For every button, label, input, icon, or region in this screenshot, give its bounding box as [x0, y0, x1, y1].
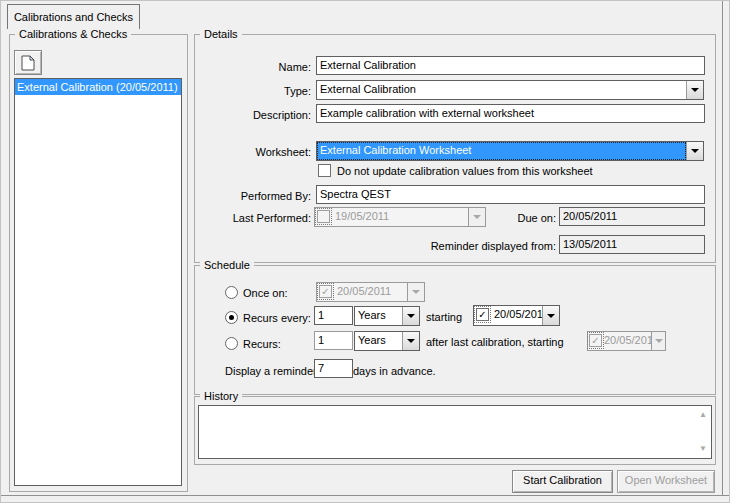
recurs-radio[interactable]: [225, 337, 238, 350]
worksheet-label: Worksheet:: [201, 145, 311, 159]
no-update-checkbox-label: Do not update calibration values from th…: [337, 164, 593, 178]
new-calibration-button[interactable]: [14, 50, 42, 75]
scroll-up-icon[interactable]: ▲: [699, 411, 707, 419]
recurs-every-unit-value: Years: [355, 307, 402, 325]
type-select-value: External Calibration: [317, 81, 686, 99]
due-on-field: 20/05/2011: [559, 207, 705, 226]
recurs-count-input[interactable]: 1: [314, 331, 353, 350]
chevron-down-icon: [691, 149, 699, 153]
reminder-displayed-field: 13/05/2011: [559, 235, 705, 254]
open-worksheet-button: Open Worksheet: [617, 470, 715, 493]
after-arrow-button: [651, 332, 665, 350]
start-calibration-button[interactable]: Start Calibration: [512, 470, 613, 493]
calibrations-window: Calibrations and Checks Calibrations & C…: [0, 0, 730, 503]
chevron-down-icon: [412, 290, 420, 294]
reminder-days-input[interactable]: 7: [314, 359, 353, 378]
worksheet-select-value: External Calibration Worksheet: [317, 142, 686, 160]
chevron-down-icon: [691, 88, 699, 92]
worksheet-select-arrow-button[interactable]: [686, 142, 703, 160]
once-on-date-value: 20/05/2011: [334, 283, 407, 301]
recurs-label: Recurs:: [243, 337, 281, 351]
window-bottom-edge: [1, 495, 729, 496]
starting-arrow-button[interactable]: [542, 306, 559, 325]
tab-calibrations-and-checks[interactable]: Calibrations and Checks: [7, 4, 140, 29]
chevron-down-icon: [655, 339, 663, 343]
type-label: Type:: [201, 84, 311, 98]
days-in-advance-label: days in advance.: [353, 364, 436, 378]
type-select-arrow-button[interactable]: [686, 81, 703, 99]
list-item[interactable]: External Calibration (20/05/2011): [15, 79, 181, 95]
after-date-checkbox: ✓: [589, 334, 602, 347]
recurs-every-radio[interactable]: [225, 311, 238, 324]
recurs-every-label: Recurs every:: [243, 311, 311, 325]
schedule-group-title: Schedule: [200, 258, 254, 272]
description-input[interactable]: Example calibration with external worksh…: [316, 104, 705, 123]
reminder-displayed-label: Reminder displayed from:: [421, 239, 556, 253]
details-group-title: Details: [200, 27, 242, 41]
type-select[interactable]: External Calibration: [316, 80, 704, 100]
name-input[interactable]: External Calibration: [316, 56, 705, 75]
performed-by-label: Performed By:: [201, 189, 311, 203]
display-reminder-label: Display a reminder: [225, 364, 317, 378]
chevron-down-icon: [547, 314, 555, 318]
history-list[interactable]: ▲ ▼: [198, 405, 712, 459]
no-update-checkbox[interactable]: [318, 164, 331, 177]
once-on-date-picker: ✓ 20/05/2011: [316, 282, 425, 302]
last-performed-label: Last Performed:: [201, 211, 311, 225]
after-date-value: 20/05/2011: [603, 332, 651, 350]
recurs-unit-select[interactable]: Years: [354, 331, 420, 351]
calibrations-list[interactable]: External Calibration (20/05/2011): [14, 78, 182, 486]
recurs-unit-value: Years: [355, 332, 402, 350]
after-last-calibration-label: after last calibration, starting: [426, 335, 564, 349]
worksheet-select[interactable]: External Calibration Worksheet: [316, 141, 704, 161]
once-on-label: Once on:: [243, 286, 288, 300]
window-right-edge: [722, 1, 723, 496]
last-performed-checkbox: [317, 210, 330, 223]
starting-date-checkbox[interactable]: ✓: [476, 308, 489, 321]
history-group-title: History: [200, 389, 242, 403]
once-on-date-checkbox: ✓: [319, 285, 332, 298]
name-label: Name:: [201, 60, 311, 74]
recurs-unit-arrow-button[interactable]: [402, 332, 419, 350]
chevron-down-icon: [407, 339, 415, 343]
after-date-picker: ✓ 20/05/2011: [587, 331, 666, 351]
starting-label: starting: [426, 310, 462, 324]
due-on-label: Due on:: [456, 211, 556, 225]
once-on-radio[interactable]: [225, 286, 238, 299]
calibrations-checks-group-title: Calibrations & Checks: [15, 27, 131, 41]
chevron-down-icon: [407, 314, 415, 318]
starting-date-value: 20/05/2011: [491, 306, 542, 325]
new-document-icon: [21, 55, 35, 71]
recurs-every-count-input[interactable]: 1: [314, 306, 353, 325]
once-on-arrow-button: [407, 283, 424, 301]
scroll-down-icon[interactable]: ▼: [699, 445, 707, 453]
starting-date-picker[interactable]: ✓ 20/05/2011: [473, 305, 560, 326]
description-label: Description:: [201, 108, 311, 122]
recurs-every-unit-arrow-button[interactable]: [402, 307, 419, 325]
performed-by-input[interactable]: Spectra QEST: [316, 185, 705, 204]
last-performed-date-value: 19/05/2011: [332, 208, 468, 226]
recurs-every-unit-select[interactable]: Years: [354, 306, 420, 326]
